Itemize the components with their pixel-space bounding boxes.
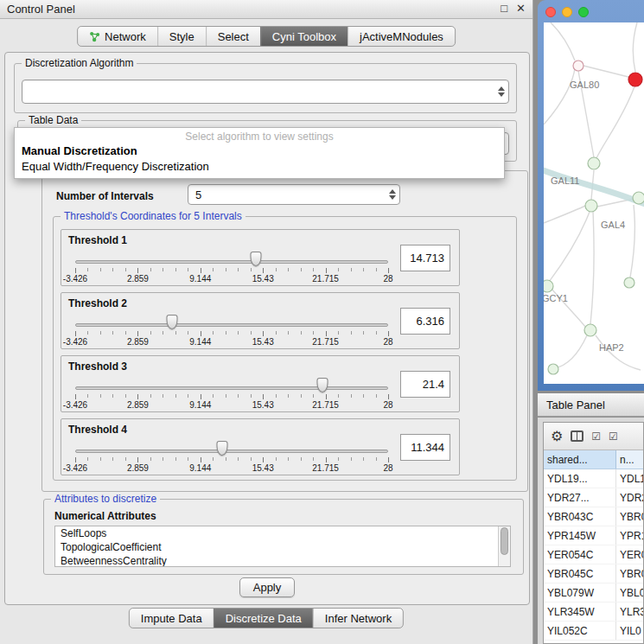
threshold-4-value-field[interactable]: 11.344 [400,434,450,461]
slider-track[interactable] [75,450,388,453]
threshold-2-panel: Threshold 2 -3.4262.8599.14415.4321.7152… [61,292,460,349]
table-cell: YDL19... [544,469,616,488]
table-cell: YBR0 [616,564,643,583]
slider-track[interactable] [75,260,388,264]
table-cell: YLR345W [544,603,616,621]
columns-icon[interactable] [571,430,583,442]
slider-track[interactable] [75,323,388,327]
tab-network[interactable]: Network [78,27,157,46]
slider-scale-labels: -3.4262.8599.14415.4321.71528 [75,463,388,473]
threshold-2-slider[interactable]: -3.4262.8599.14415.4321.71528 [75,310,388,348]
discretization-algorithm-group: Discretization Algorithm [14,63,517,113]
table-cell: YER054C [544,545,616,564]
algorithm-option[interactable]: Equal Width/Frequency Discretization [15,159,504,175]
threshold-3-panel: Threshold 3 -3.4262.8599.14415.4321.7152… [61,355,460,412]
network-view-window: GAL80 GAL11 GAL4 GCY1 HAP2 [538,0,644,391]
attribute-item[interactable]: TopologicalCoefficient [55,540,498,554]
tab-impute-data[interactable]: Impute Data [130,609,214,628]
control-panel: Control Panel □ ✕ Network Style Select C… [0,0,533,644]
column-header-name[interactable]: n... [616,450,643,469]
list-scrollbar[interactable] [498,526,510,566]
threshold-3-slider[interactable]: -3.4262.8599.14415.4321.71528 [75,373,388,411]
table-cell: YBL079W [544,583,616,602]
slider-ticks [75,331,388,337]
threshold-3-value-field[interactable]: 21.4 [400,371,450,398]
slider-scale-labels: -3.4262.8599.14415.4321.71528 [75,337,388,347]
table-cell: YBR0 [616,507,643,526]
thresholds-group: Threshold's Coordinates for 5 Intervals … [53,216,517,481]
minimize-window-icon[interactable] [562,7,572,17]
tab-select[interactable]: Select [206,27,260,46]
table-row[interactable]: YBR045CYBR0 [544,564,643,583]
threshold-4-panel: Threshold 4 -3.4262.8599.14415.4321.7152… [61,418,460,475]
zoom-window-icon[interactable] [578,7,589,17]
select-all-icon[interactable]: ☑ [591,430,601,443]
close-icon[interactable]: ✕ [516,2,526,15]
node [633,192,644,204]
table-panel-header[interactable]: Table Panel [538,392,644,417]
table-row[interactable]: YBR043CYBR0 [544,507,643,526]
tab-label: jActiveMNodules [360,30,443,43]
group-label: Threshold's Coordinates for 5 Intervals [61,210,245,222]
node [624,277,634,288]
table-row[interactable]: YDR27...YDR2 [544,488,643,507]
algorithm-combobox[interactable] [22,80,509,104]
window-title: Control Panel [7,3,75,16]
algorithm-options: Manual DiscretizationEqual Width/Frequen… [15,143,504,175]
threshold-1-slider[interactable]: -3.4262.8599.14415.4321.71528 [75,247,388,285]
tab-cyni-toolbox[interactable]: Cyni Toolbox [260,27,348,46]
network-canvas[interactable]: GAL80 GAL11 GAL4 GCY1 HAP2 [544,22,644,384]
network-graph: GAL80 GAL11 GAL4 GCY1 HAP2 [544,22,644,384]
table-header-row: shared... n... [544,450,643,469]
threshold-4-slider[interactable]: -3.4262.8599.14415.4321.71528 [75,437,388,475]
node [548,364,558,374]
algorithm-option[interactable]: Manual Discretization [15,143,504,159]
apply-button[interactable]: Apply [239,577,295,597]
slider-thumb[interactable] [316,378,328,392]
slider-track[interactable] [75,386,388,390]
tab-jactivemnodules[interactable]: jActiveMNodules [348,27,455,46]
float-window-icon[interactable]: □ [501,2,507,15]
network-icon [89,31,100,42]
numerical-attributes-list[interactable]: SelfLoopsTopologicalCoefficientBetweenne… [54,526,511,567]
scrollbar-thumb[interactable] [501,527,508,555]
table-row[interactable]: YIL052CYIL0 [544,622,643,641]
table-toolbar: ⚙ ☑ ☑ [544,423,643,450]
table-cell: YPR1 [616,526,643,545]
attribute-item[interactable]: SelfLoops [55,526,498,540]
num-intervals-combobox[interactable]: 5 [188,184,400,205]
node [573,61,583,71]
node-label: GCY1 [544,293,568,303]
table-cell: YBR045C [544,564,616,583]
threshold-2-value-field[interactable]: 6.316 [400,308,450,335]
tab-discretize-data[interactable]: Discretize Data [214,609,313,628]
node [588,157,600,169]
group-label: Discretization Algorithm [22,57,137,69]
table-row[interactable]: YLR345WYLR3 [544,603,643,622]
table-row[interactable]: YBL079WYBL0 [544,583,643,603]
table-cell: YER0 [616,545,643,564]
tab-infer-network[interactable]: Infer Network [313,609,403,628]
cyni-toolbox-panel: Discretization Algorithm Table Data galF… [4,52,530,605]
slider-thumb[interactable] [250,252,261,266]
node [584,324,596,336]
table-row[interactable]: YER054CYER0 [544,545,643,564]
attribute-item[interactable]: BetweennessCentrality [55,554,498,567]
top-tab-bar: Network Style Select Cyni Toolbox jActiv… [77,26,456,47]
tab-label: Infer Network [325,612,392,625]
slider-thumb[interactable] [167,315,178,329]
gear-icon[interactable]: ⚙ [551,430,563,443]
tab-label: Network [105,30,146,43]
select-none-icon[interactable]: ☑ [609,430,618,443]
slider-thumb[interactable] [217,441,228,456]
table-row[interactable]: YPR145WYPR1 [544,526,643,545]
table-row[interactable]: YDL19...YDL1 [544,469,643,488]
close-window-icon[interactable] [545,7,556,17]
numerical-attributes-label: Numerical Attributes [54,510,156,522]
tab-style[interactable]: Style [157,27,206,46]
threshold-label: Threshold 2 [68,297,127,309]
threshold-1-value-field[interactable]: 14.713 [400,245,450,271]
control-panel-titlebar[interactable]: Control Panel □ ✕ [0,0,532,19]
interval-definition-group: Interval Definition Number of Intervals … [41,170,528,492]
column-header-shared-name[interactable]: shared... [544,450,616,469]
